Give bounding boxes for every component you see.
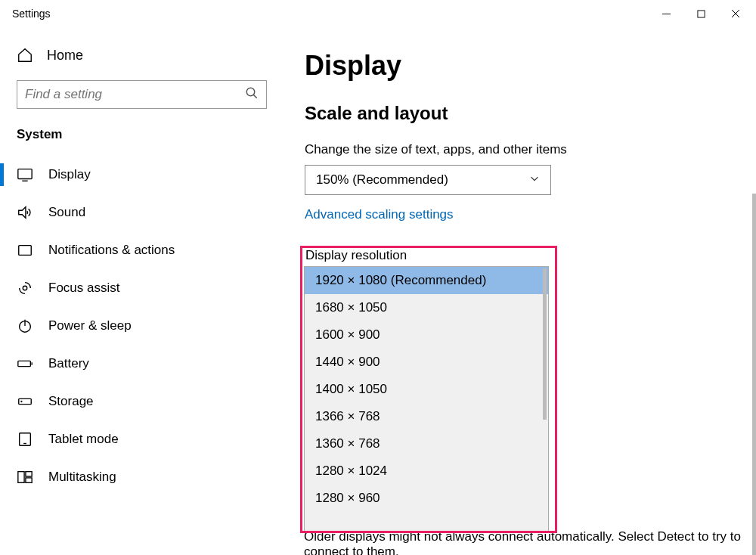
- svg-rect-19: [18, 472, 24, 483]
- sidebar-item-label: Storage: [48, 394, 94, 409]
- sidebar-item-storage[interactable]: Storage: [0, 383, 284, 420]
- svg-marker-8: [19, 207, 26, 219]
- detect-hint-text: Older displays might not always connect …: [304, 529, 742, 555]
- scale-field-label: Change the size of text, apps, and other…: [305, 142, 735, 157]
- focus-assist-icon: [17, 280, 33, 296]
- sidebar-item-display[interactable]: Display: [0, 156, 284, 194]
- resolution-option[interactable]: 1440 × 900: [305, 349, 548, 376]
- close-button[interactable]: [718, 2, 753, 26]
- window-title: Settings: [12, 8, 51, 20]
- display-icon: [17, 166, 33, 183]
- search-input[interactable]: [25, 87, 245, 102]
- sidebar-home[interactable]: Home: [0, 39, 284, 71]
- sidebar-item-label: Focus assist: [48, 281, 119, 296]
- sidebar-item-focus-assist[interactable]: Focus assist: [0, 269, 284, 307]
- svg-line-5: [253, 95, 257, 98]
- svg-rect-15: [19, 398, 32, 404]
- advanced-scaling-link[interactable]: Advanced scaling settings: [305, 207, 454, 222]
- storage-icon: [17, 393, 33, 410]
- maximize-button[interactable]: [683, 2, 718, 26]
- sidebar-section-label: System: [0, 124, 284, 156]
- scale-dropdown[interactable]: 150% (Recommended): [305, 165, 551, 195]
- svg-rect-6: [18, 169, 32, 179]
- sidebar-item-label: Multitasking: [48, 470, 116, 485]
- tablet-icon: [17, 431, 33, 448]
- sidebar-item-sound[interactable]: Sound: [0, 194, 284, 231]
- resolution-option[interactable]: 1280 × 1024: [305, 457, 548, 485]
- sidebar-item-label: Battery: [48, 356, 89, 371]
- sidebar-item-label: Notifications & actions: [48, 243, 175, 258]
- page-title: Display: [305, 50, 735, 82]
- notifications-icon: [17, 242, 33, 259]
- svg-rect-1: [697, 10, 704, 17]
- resolution-dropdown-list[interactable]: 1920 × 1080 (Recommended)1680 × 10501600…: [304, 266, 549, 532]
- search-icon: [245, 86, 259, 103]
- resolution-option[interactable]: 1360 × 768: [305, 430, 548, 457]
- dropdown-scrollbar[interactable]: [543, 268, 547, 420]
- scale-dropdown-value: 150% (Recommended): [316, 172, 448, 188]
- svg-rect-13: [18, 361, 31, 366]
- resolution-label: Display resolution: [304, 248, 553, 266]
- svg-point-10: [23, 286, 27, 290]
- chevron-down-icon: [529, 172, 540, 188]
- sidebar-item-label: Power & sleep: [48, 318, 132, 333]
- sidebar-item-battery[interactable]: Battery: [0, 345, 284, 383]
- svg-point-4: [246, 88, 255, 96]
- main-scrollbar[interactable]: [752, 194, 756, 555]
- sound-icon: [17, 204, 33, 221]
- svg-point-16: [21, 402, 22, 402]
- multitasking-icon: [17, 469, 33, 485]
- resolution-option[interactable]: 1400 × 1050: [305, 376, 548, 403]
- resolution-option[interactable]: 1680 × 1050: [305, 294, 548, 321]
- power-icon: [17, 318, 33, 334]
- sidebar-item-label: Sound: [48, 205, 85, 220]
- scale-section-title: Scale and layout: [305, 103, 735, 124]
- sidebar-item-multitasking[interactable]: Multitasking: [0, 458, 284, 496]
- titlebar: Settings: [0, 0, 756, 27]
- sidebar-item-label: Display: [48, 167, 91, 182]
- svg-rect-20: [26, 472, 32, 476]
- window-controls: [649, 2, 753, 26]
- sidebar: Home System DisplaySoundNotifications & …: [0, 27, 284, 555]
- sidebar-home-label: Home: [47, 48, 83, 64]
- sidebar-item-tablet-mode[interactable]: Tablet mode: [0, 420, 284, 458]
- battery-icon: [17, 355, 33, 372]
- resolution-option[interactable]: 1366 × 768: [305, 403, 548, 430]
- minimize-button[interactable]: [649, 2, 683, 26]
- svg-rect-21: [26, 478, 32, 482]
- home-icon: [17, 47, 33, 64]
- sidebar-item-power-sleep[interactable]: Power & sleep: [0, 307, 284, 345]
- resolution-option[interactable]: 1600 × 900: [305, 321, 548, 349]
- resolution-option[interactable]: 1280 × 960: [305, 485, 548, 512]
- sidebar-item-notifications-actions[interactable]: Notifications & actions: [0, 231, 284, 269]
- sidebar-item-label: Tablet mode: [48, 432, 119, 447]
- svg-rect-9: [19, 246, 32, 256]
- resolution-option[interactable]: 1920 × 1080 (Recommended): [305, 267, 548, 294]
- search-box[interactable]: [17, 80, 267, 109]
